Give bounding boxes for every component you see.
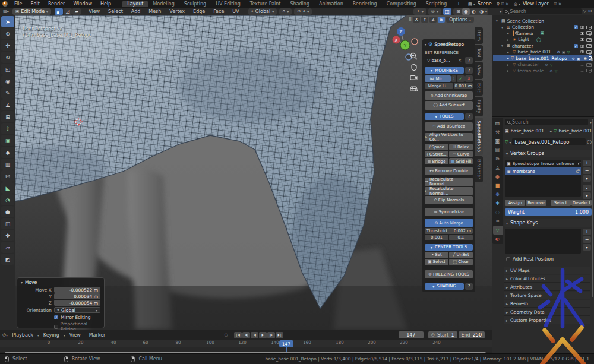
recalc-normals-in-button[interactable]: ←Recalculate Normal... bbox=[425, 187, 473, 195]
properties-scrollbar[interactable] bbox=[592, 119, 593, 297]
outliner-row-collection[interactable]: ▾⊞Collection ✓ bbox=[493, 24, 592, 30]
vgroup-row-membrane[interactable]: ▣ membrane bbox=[505, 167, 581, 175]
tab-tool[interactable]: Tool bbox=[475, 45, 483, 61]
bridge-button[interactable]: ≡Bridge bbox=[425, 158, 448, 164]
scene-name[interactable]: Scene bbox=[476, 1, 495, 7]
move-vgroup-down-button[interactable]: ▾ bbox=[583, 192, 591, 199]
tool-shear[interactable]: ▱ bbox=[1, 242, 14, 253]
center-set-button[interactable]: •Set bbox=[425, 252, 448, 258]
move-z-field[interactable]: -0.000054 m bbox=[54, 300, 100, 306]
delete-modifier-button[interactable]: ✗ bbox=[465, 75, 473, 82]
menu-edit[interactable]: Edit bbox=[26, 1, 44, 7]
menu-add[interactable]: Add bbox=[127, 9, 145, 14]
tab-edit[interactable]: Edit bbox=[475, 80, 483, 96]
add-bsurface-button[interactable]: ◠Add BSurface bbox=[425, 122, 473, 131]
tab-output-properties[interactable]: ▤ bbox=[493, 145, 503, 154]
workspace-tab-rendering[interactable]: Rendering bbox=[348, 1, 382, 7]
tool-knife[interactable]: ✄ bbox=[1, 170, 14, 182]
remove-button[interactable]: Remove bbox=[526, 200, 546, 206]
move-vgroup-up-button[interactable]: ▴ bbox=[583, 185, 591, 191]
outliner-row-light[interactable]: ▸☀Light ◯ bbox=[493, 37, 592, 43]
tool-smooth[interactable]: ● bbox=[1, 206, 14, 217]
center-clear-button[interactable]: ⬚Clear bbox=[449, 259, 473, 265]
mesh-datablock-icon[interactable]: ▽ bbox=[505, 140, 508, 144]
pin-icon[interactable]: ⚲ bbox=[497, 2, 500, 7]
section-uv-maps[interactable]: ▸UV Maps bbox=[504, 267, 590, 274]
lock-icon[interactable] bbox=[576, 170, 579, 173]
section-geometry-data[interactable]: ▸Geometry Data bbox=[504, 308, 590, 316]
add-shrinkwrap-button[interactable]: ∩Add shrinkwrap bbox=[425, 91, 473, 100]
tool-shrink-fatten[interactable]: ✥ bbox=[1, 230, 14, 241]
curve-button[interactable]: ◠Curve bbox=[449, 151, 473, 157]
tool-move[interactable]: ✢ bbox=[1, 40, 14, 51]
move-y-field[interactable]: 0.00034 m bbox=[54, 293, 100, 299]
gstretch-button[interactable]: ≀GStret... bbox=[425, 151, 448, 157]
space-button[interactable]: ∕Space bbox=[425, 144, 448, 150]
move-panel-collapse-icon[interactable]: ▾ bbox=[21, 280, 23, 284]
shading-rendered-button[interactable]: ◑ bbox=[478, 8, 485, 15]
zoom-icon[interactable] bbox=[410, 52, 418, 60]
overlays-toggle[interactable]: ◎ ▾ bbox=[428, 8, 441, 15]
view-layer-name[interactable]: View Layer bbox=[522, 1, 552, 7]
workspace-tab-texture-paint[interactable]: Texture Paint bbox=[245, 1, 286, 7]
deselect-button[interactable]: Deselect bbox=[571, 200, 592, 206]
view-layer-chevron-icon[interactable]: ▾ bbox=[519, 2, 520, 6]
tab-particle-properties[interactable]: ✱ bbox=[493, 199, 503, 208]
remove-shape-key-button[interactable]: − bbox=[583, 236, 591, 243]
vertex-groups-header[interactable]: ▾ Vertex Groups bbox=[504, 150, 592, 157]
tab-bpainter[interactable]: BPainter bbox=[475, 156, 483, 182]
collection-checkbox[interactable]: ✓ bbox=[574, 44, 578, 48]
gizmo-toggle[interactable]: ✛ ▾ bbox=[413, 8, 426, 15]
eye-icon[interactable] bbox=[580, 26, 584, 29]
tool-measure[interactable]: ∡ bbox=[1, 99, 14, 110]
mirror-z-toggle[interactable]: Z bbox=[429, 17, 437, 23]
datablock-name-field[interactable]: base_base.001_Retopo bbox=[512, 138, 586, 145]
merge-limit-value-field[interactable]: 0.001 m bbox=[454, 83, 473, 89]
threshold-field[interactable]: Threshold0.002 m bbox=[425, 228, 473, 234]
outliner-row-character-collection[interactable]: ▾⊞character ✓ bbox=[493, 43, 592, 49]
menu-view-timeline[interactable]: View bbox=[65, 333, 85, 338]
merge-limit-label-field[interactable]: Merge Li... bbox=[425, 83, 453, 89]
outliner-search[interactable]: Search bbox=[503, 8, 581, 14]
datablock-chevron-icon[interactable]: ▾ bbox=[509, 140, 511, 144]
tool-edge-slide[interactable]: ◫ bbox=[1, 218, 14, 229]
eye-icon[interactable] bbox=[580, 32, 584, 35]
vgroup-specials-button[interactable]: ▾ bbox=[583, 175, 591, 182]
properties-editor-type-icon[interactable]: ▤ bbox=[493, 119, 503, 128]
shape-key-specials-button[interactable]: ▾ bbox=[583, 244, 591, 251]
remove-double-button[interactable]: ⊷Remove Double bbox=[425, 167, 473, 175]
render-visibility-icon[interactable] bbox=[586, 50, 592, 54]
menu-face[interactable]: Face bbox=[209, 9, 228, 14]
outliner-row-camera[interactable]: ▸Camera ▣ bbox=[493, 30, 592, 36]
blender-logo-icon[interactable] bbox=[2, 1, 8, 7]
tab-material-properties[interactable]: ◐ bbox=[493, 235, 503, 243]
panel-collapse-icon[interactable]: ▾ bbox=[425, 42, 426, 46]
auto-merge-toggle[interactable]: ⊙Auto Merge bbox=[425, 219, 473, 227]
reference-object-field[interactable]: ▽base_b... ✕ bbox=[425, 58, 464, 64]
render-visibility-icon[interactable] bbox=[589, 56, 592, 60]
new-collection-icon[interactable]: ⊞ bbox=[588, 9, 592, 14]
add-rest-position-checkbox[interactable] bbox=[506, 257, 510, 261]
reference-help-button[interactable]: ? bbox=[465, 57, 473, 64]
snap-dropdown[interactable]: ∩ ▾ bbox=[279, 8, 292, 15]
workspace-tab-uv-editing[interactable]: UV Editing bbox=[211, 1, 245, 7]
eye-icon[interactable] bbox=[584, 57, 587, 60]
modifiers-help-button[interactable]: ? bbox=[465, 67, 473, 74]
menu-select[interactable]: Select bbox=[104, 9, 127, 14]
orientation-dropdown[interactable]: ⌖Global ▾ bbox=[54, 307, 100, 313]
scene-icon[interactable]: ▤ bbox=[468, 2, 472, 7]
threshold-preset-high-button[interactable]: 0.1 bbox=[449, 235, 473, 240]
collection-checkbox[interactable]: ✓ bbox=[574, 25, 578, 29]
perspective-toggle-icon[interactable] bbox=[410, 84, 418, 92]
eye-closed-icon[interactable] bbox=[580, 64, 584, 66]
shading-material-button[interactable]: ◐ bbox=[470, 8, 478, 15]
shading-solid-button[interactable]: ● bbox=[462, 8, 470, 15]
properties-search[interactable]: Search bbox=[505, 119, 588, 125]
shape-keys-list[interactable] bbox=[505, 229, 581, 254]
next-keyframe-button[interactable]: |▶ bbox=[267, 332, 275, 338]
current-frame-field[interactable]: 147 bbox=[399, 331, 424, 338]
tool-cursor[interactable]: ⊕ bbox=[1, 28, 14, 39]
render-visibility-icon[interactable] bbox=[586, 44, 592, 48]
tool-bevel[interactable]: ◆ bbox=[1, 147, 14, 158]
section-custom-properties[interactable]: ▸Custom Properties bbox=[504, 316, 590, 324]
